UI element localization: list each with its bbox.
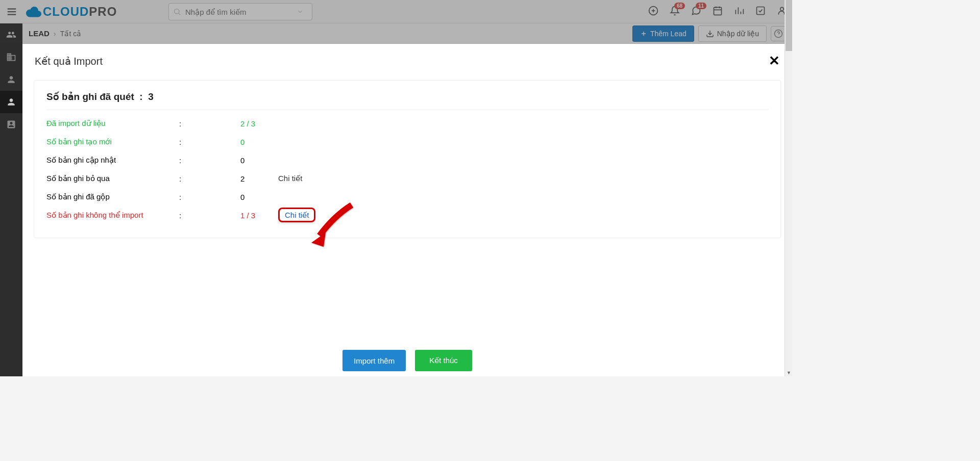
logo-text-main: CLOUD [43, 5, 89, 19]
row-updated: Số bản ghi cập nhật : 0 [46, 151, 768, 169]
bell-badge: 68 [674, 3, 685, 9]
sidebar-item-team[interactable] [0, 23, 22, 46]
add-lead-button[interactable]: Thêm Lead [632, 25, 694, 42]
row-created-label: Số bản ghi tạo mới [46, 137, 179, 146]
breadcrumb-module[interactable]: LEAD [29, 29, 50, 38]
modal-footer: Import thêm Kết thúc [22, 350, 792, 371]
help-button[interactable] [771, 26, 786, 41]
finish-button[interactable]: Kết thúc [415, 350, 472, 371]
logo-text-sub: PRO [89, 5, 117, 19]
row-merged-label: Số bản ghi đã gộp [46, 192, 179, 201]
scanned-count: 3 [148, 91, 154, 102]
sidebar-item-lead[interactable] [0, 91, 22, 113]
row-merged-value: 0 [240, 193, 271, 201]
sidebar-item-contact[interactable] [0, 113, 22, 136]
row-imported-label: Đã import dữ liệu [46, 119, 179, 128]
svg-point-3 [175, 9, 179, 14]
scroll-thumb[interactable] [786, 0, 792, 51]
row-failed-label: Số bản ghi không thể import [46, 211, 179, 220]
row-updated-label: Số bản ghi cập nhật [46, 156, 179, 165]
search-input[interactable] [185, 8, 297, 16]
menu-toggle[interactable] [0, 0, 23, 23]
search-icon [173, 8, 181, 16]
breadcrumb-bar: LEAD › Tất cả Thêm Lead Nhập dữ liệu [22, 23, 792, 44]
breadcrumb: LEAD › Tất cả [29, 29, 81, 38]
help-icon [774, 29, 783, 38]
row-skipped: Số bản ghi bỏ qua : 2 Chi tiết [46, 169, 768, 188]
import-more-button[interactable]: Import thêm [342, 350, 406, 371]
breadcrumb-separator: › [54, 29, 56, 38]
row-skipped-label: Số bản ghi bỏ qua [46, 174, 179, 183]
row-failed-value: 1 / 3 [240, 211, 271, 220]
chevron-down-icon[interactable] [297, 8, 304, 15]
scroll-down-icon[interactable]: ▼ [785, 369, 792, 376]
check-icon[interactable] [755, 6, 766, 18]
scanned-summary: Số bản ghi đã quét : 3 [46, 91, 768, 110]
result-box: Số bản ghi đã quét : 3 Đã import dữ liệu… [34, 80, 781, 238]
breadcrumb-filter[interactable]: Tất cả [60, 30, 81, 38]
sidebar-item-building[interactable] [0, 46, 22, 68]
row-imported: Đã import dữ liệu : 2 / 3 [46, 114, 768, 133]
row-updated-value: 0 [240, 156, 271, 165]
top-bar: CLOUDPRO 68 11 [0, 0, 792, 23]
left-sidebar [0, 0, 22, 376]
modal-title: Kết quả Import [35, 55, 103, 67]
chat-badge: 11 [696, 3, 706, 9]
logo[interactable]: CLOUDPRO [26, 5, 117, 19]
plus-icon [640, 30, 647, 37]
svg-line-4 [179, 13, 180, 15]
row-created: Số bản ghi tạo mới : 0 [46, 133, 768, 151]
import-result-modal: Kết quả Import ✕ Số bản ghi đã quét : 3 … [22, 44, 792, 376]
chat-icon[interactable]: 11 [691, 6, 701, 18]
download-icon [706, 30, 714, 38]
top-icons: 68 11 [648, 0, 787, 23]
row-failed-detail-link[interactable]: Chi tiết [278, 208, 315, 222]
row-failed: Số bản ghi không thể import : 1 / 3 Chi … [46, 206, 768, 224]
row-skipped-detail-link[interactable]: Chi tiết [278, 174, 302, 183]
row-created-value: 0 [240, 138, 271, 146]
scanned-label: Số bản ghi đã quét [46, 91, 134, 102]
import-data-label: Nhập dữ liệu [717, 30, 759, 38]
sidebar-item-person[interactable] [0, 68, 22, 91]
close-icon[interactable]: ✕ [769, 53, 780, 69]
add-icon[interactable] [648, 6, 658, 18]
svg-rect-16 [757, 7, 765, 15]
svg-point-17 [780, 7, 784, 11]
row-merged: Số bản ghi đã gộp : 0 [46, 188, 768, 206]
calendar-icon[interactable] [713, 6, 723, 18]
vertical-scrollbar[interactable]: ▲ ▼ [785, 0, 792, 376]
row-imported-value: 2 / 3 [240, 119, 271, 128]
chart-icon[interactable] [734, 6, 744, 18]
global-search[interactable] [168, 3, 312, 20]
bell-icon[interactable]: 68 [670, 6, 680, 18]
svg-rect-8 [714, 7, 722, 15]
row-skipped-value: 2 [240, 174, 271, 183]
import-data-button[interactable]: Nhập dữ liệu [698, 25, 767, 42]
add-lead-label: Thêm Lead [650, 30, 687, 38]
